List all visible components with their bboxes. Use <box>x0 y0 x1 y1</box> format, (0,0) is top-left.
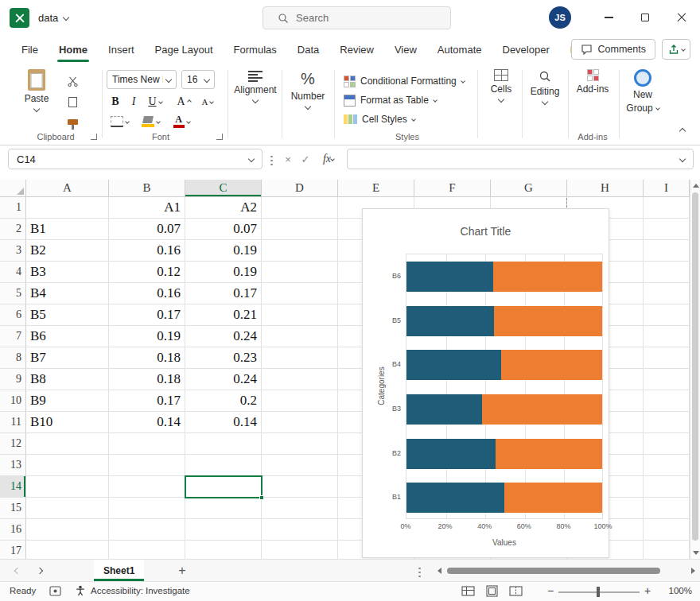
cell-I10[interactable] <box>644 390 690 412</box>
format-painter-button[interactable] <box>64 113 81 130</box>
row-header-2[interactable]: 2 <box>0 219 26 240</box>
cell-D11[interactable] <box>262 412 338 433</box>
ribbon-tab-home[interactable]: Home <box>49 35 98 64</box>
cell-B2[interactable]: 0.07 <box>109 219 185 240</box>
cell-B15[interactable] <box>109 498 185 519</box>
cell-D1[interactable] <box>262 197 338 219</box>
bar-segment-A1[interactable] <box>406 483 504 513</box>
column-header-H[interactable]: H <box>567 180 644 197</box>
cell-A11[interactable]: B10 <box>26 412 109 433</box>
editing-button[interactable]: Editing <box>525 69 565 104</box>
bar-segment-A1[interactable] <box>406 306 494 336</box>
chart-title[interactable]: Chart Title <box>363 225 609 238</box>
bar-segment-A2[interactable] <box>493 262 602 292</box>
cell-styles-button[interactable]: Cell Styles <box>344 111 474 127</box>
column-header-C[interactable]: C <box>185 180 262 197</box>
bar-segment-A1[interactable] <box>406 439 496 469</box>
cell-A15[interactable] <box>26 498 109 519</box>
cancel-button[interactable]: × <box>280 149 296 169</box>
collapse-ribbon-button[interactable] <box>675 124 690 138</box>
cell-C4[interactable]: 0.19 <box>185 262 262 283</box>
next-sheet-button[interactable] <box>32 560 48 582</box>
accessibility-status[interactable]: Accessibility: Investigate <box>75 585 190 596</box>
cell-A3[interactable]: B2 <box>26 240 109 262</box>
chart-bar-B1[interactable] <box>406 483 602 513</box>
bar-segment-A2[interactable] <box>494 306 602 336</box>
row-header-13[interactable]: 13 <box>0 455 26 476</box>
zoom-out-button[interactable]: − <box>547 584 554 597</box>
cell-B6[interactable]: 0.17 <box>109 304 185 326</box>
alignment-button[interactable]: Alignment <box>232 69 278 103</box>
bar-segment-A2[interactable] <box>482 394 602 425</box>
cell-B16[interactable] <box>109 519 185 541</box>
cells-button[interactable]: Cells <box>482 69 520 102</box>
cell-I11[interactable] <box>644 412 690 433</box>
zoom-in-button[interactable]: + <box>644 584 651 597</box>
cell-B14[interactable] <box>109 476 185 498</box>
zoom-slider-thumb[interactable] <box>597 587 600 597</box>
cell-D17[interactable] <box>262 541 338 559</box>
row-header-12[interactable]: 12 <box>0 433 26 455</box>
bar-segment-A2[interactable] <box>501 350 602 380</box>
share-button[interactable] <box>662 39 690 60</box>
cell-B8[interactable]: 0.18 <box>109 347 185 369</box>
insert-function-button[interactable]: fx <box>315 149 342 169</box>
prev-sheet-button[interactable] <box>10 560 25 582</box>
chart-x-axis-title[interactable]: Values <box>406 538 603 547</box>
cell-I15[interactable] <box>644 498 690 519</box>
cell-D14[interactable] <box>262 476 338 498</box>
cell-D3[interactable] <box>262 240 338 262</box>
ribbon-tab-automate[interactable]: Automate <box>427 35 492 64</box>
row-header-10[interactable]: 10 <box>0 390 26 412</box>
cell-A14[interactable] <box>26 476 109 498</box>
cell-I14[interactable] <box>644 476 690 498</box>
cell-I8[interactable] <box>644 347 690 369</box>
cell-D7[interactable] <box>262 326 338 347</box>
zoom-percentage[interactable]: 100% <box>659 586 692 595</box>
bar-segment-A1[interactable] <box>406 350 501 380</box>
ribbon-tab-view[interactable]: View <box>384 35 427 64</box>
close-button[interactable] <box>663 0 700 35</box>
column-header-A[interactable]: A <box>26 180 109 197</box>
cell-D8[interactable] <box>262 347 338 369</box>
cell-D4[interactable] <box>262 262 338 283</box>
cell-B9[interactable]: 0.18 <box>109 369 185 390</box>
cell-B4[interactable]: 0.12 <box>109 262 185 283</box>
row-header-15[interactable]: 15 <box>0 498 26 519</box>
chart-bar-B2[interactable] <box>406 439 602 469</box>
column-header-D[interactable]: D <box>262 180 338 197</box>
avatar[interactable]: JS <box>549 6 571 29</box>
sheet-bar-handle[interactable] <box>418 565 421 580</box>
bar-segment-A1[interactable] <box>406 262 493 292</box>
cell-I6[interactable] <box>644 304 690 326</box>
cell-B17[interactable] <box>109 541 185 559</box>
cell-A1[interactable] <box>26 197 109 219</box>
fill-handle[interactable] <box>259 495 264 500</box>
addins-button[interactable]: Add-ins <box>571 69 614 95</box>
enter-button[interactable]: ✓ <box>298 149 313 169</box>
comments-button[interactable]: Comments <box>571 39 655 60</box>
ribbon-tab-developer[interactable]: Developer <box>492 35 560 64</box>
cell-I3[interactable] <box>644 240 690 262</box>
bar-segment-A2[interactable] <box>504 483 602 513</box>
ribbon-tab-page-layout[interactable]: Page Layout <box>145 35 224 64</box>
bar-segment-A1[interactable] <box>406 394 482 425</box>
row-header-17[interactable]: 17 <box>0 541 26 559</box>
cell-C6[interactable]: 0.21 <box>185 304 262 326</box>
vertical-scrollbar-thumb[interactable] <box>692 192 698 541</box>
borders-button[interactable] <box>107 113 132 130</box>
scroll-down-arrow[interactable] <box>693 551 699 555</box>
cell-D5[interactable] <box>262 283 338 304</box>
name-box[interactable]: C14 <box>8 149 262 169</box>
cell-A8[interactable]: B7 <box>26 347 109 369</box>
font-dialog-launcher[interactable] <box>216 134 223 140</box>
cell-A7[interactable]: B6 <box>26 326 109 347</box>
ribbon-tab-data[interactable]: Data <box>287 35 329 64</box>
cell-A16[interactable] <box>26 519 109 541</box>
cell-C16[interactable] <box>185 519 262 541</box>
cell-D15[interactable] <box>262 498 338 519</box>
cell-I2[interactable] <box>644 219 690 240</box>
cell-I12[interactable] <box>644 433 690 455</box>
vertical-scrollbar[interactable] <box>690 180 700 559</box>
formula-bar-drag-handle[interactable] <box>270 153 273 168</box>
